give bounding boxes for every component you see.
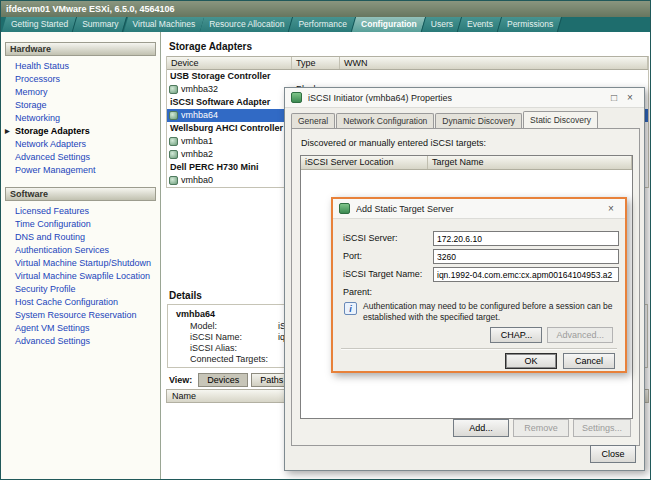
window-title-bar: ifdecvm01 VMware ESXi, 6.5.0, 4564106 xyxy=(1,1,650,17)
remove-button[interactable]: Remove xyxy=(513,419,569,437)
view-label: View: xyxy=(169,375,192,385)
hardware-section-header: Hardware xyxy=(5,42,156,56)
sidebar-item-advanced-settings-hw[interactable]: Advanced Settings xyxy=(1,151,160,164)
sidebar-item-licensed-features[interactable]: Licensed Features xyxy=(1,205,160,218)
add-dialog-title-bar[interactable]: Add Static Target Server × xyxy=(333,199,625,219)
column-header-type[interactable]: Type xyxy=(292,57,340,69)
properties-dialog-title: iSCSI Initiator (vmhba64) Properties xyxy=(308,93,606,103)
sidebar-item-system-resource-reservation[interactable]: System Resource Reservation xyxy=(1,309,160,322)
main-tab-bar: Getting Started Summary Virtual Machines… xyxy=(1,17,650,32)
sidebar-item-health-status[interactable]: Health Status xyxy=(1,60,160,73)
details-title: Details xyxy=(169,290,202,301)
authentication-note: Authentication may need to be configured… xyxy=(363,301,615,323)
software-section-header: Software xyxy=(5,187,156,201)
sidebar-item-vm-swapfile-location[interactable]: Virtual Machine Swapfile Location xyxy=(1,270,160,283)
settings-button[interactable]: Settings... xyxy=(573,419,631,437)
adapters-table-header: Device Type WWN xyxy=(167,56,648,70)
column-header-name[interactable]: Name xyxy=(172,391,196,401)
properties-dialog-title-bar[interactable]: iSCSI Initiator (vmhba64) Properties □ × xyxy=(285,88,644,108)
column-header-wwn[interactable]: WWN xyxy=(340,57,648,69)
adapter-icon xyxy=(169,150,178,159)
sidebar-item-network-adapters[interactable]: Network Adapters xyxy=(1,138,160,151)
tab-virtual-machines[interactable]: Virtual Machines xyxy=(126,17,203,32)
adapter-icon xyxy=(169,85,178,94)
sidebar-item-storage[interactable]: Storage xyxy=(1,99,160,112)
sidebar-item-advanced-settings-sw[interactable]: Advanced Settings xyxy=(1,335,160,348)
properties-dialog-tabs: General Network Configuration Dynamic Di… xyxy=(291,111,599,128)
divider xyxy=(341,348,617,350)
adapter-icon xyxy=(169,111,178,120)
selected-arrow-icon: ▶ xyxy=(5,127,10,134)
info-icon: i xyxy=(344,302,357,315)
port-label: Port: xyxy=(343,249,362,264)
tab-network-configuration[interactable]: Network Configuration xyxy=(336,113,434,128)
close-icon[interactable]: × xyxy=(603,203,619,214)
confirm-actions: OK Cancel xyxy=(505,353,615,369)
sidebar-item-dns-routing[interactable]: DNS and Routing xyxy=(1,231,160,244)
port-input[interactable] xyxy=(433,249,619,264)
model-label: Model: xyxy=(190,321,278,332)
sidebar-item-vm-startup-shutdown[interactable]: Virtual Machine Startup/Shutdown xyxy=(1,257,160,270)
chap-button[interactable]: CHAP... xyxy=(490,327,542,343)
maximize-icon[interactable]: □ xyxy=(606,92,622,103)
advanced-button[interactable]: Advanced... xyxy=(547,327,613,343)
target-name-input[interactable] xyxy=(433,267,619,282)
tab-events[interactable]: Events xyxy=(460,17,500,32)
sidebar-item-memory[interactable]: Memory xyxy=(1,86,160,99)
close-button[interactable]: Close xyxy=(590,445,636,463)
add-button[interactable]: Add... xyxy=(453,419,509,437)
sidebar-item-processors[interactable]: Processors xyxy=(1,73,160,86)
view-toggle-row: View: Devices Paths xyxy=(169,373,292,387)
sidebar-item-host-cache-configuration[interactable]: Host Cache Configuration xyxy=(1,296,160,309)
configuration-sidebar: Hardware Health Status Processors Memory… xyxy=(1,32,161,479)
column-header-server-location[interactable]: iSCSI Server Location xyxy=(301,156,428,169)
tab-permissions[interactable]: Permissions xyxy=(500,17,560,32)
ok-button[interactable]: OK xyxy=(505,353,557,369)
iscsi-server-input[interactable] xyxy=(433,231,619,246)
devices-view-button[interactable]: Devices xyxy=(198,373,248,387)
tab-dynamic-discovery[interactable]: Dynamic Discovery xyxy=(435,113,522,128)
sidebar-item-time-configuration[interactable]: Time Configuration xyxy=(1,218,160,231)
sidebar-item-networking[interactable]: Networking xyxy=(1,112,160,125)
targets-description: Discovered or manually entered iSCSI tar… xyxy=(301,138,486,148)
column-header-device[interactable]: Device xyxy=(167,57,292,69)
column-header-target-name[interactable]: Target Name xyxy=(428,156,632,169)
cancel-button[interactable]: Cancel xyxy=(563,353,615,369)
tab-performance[interactable]: Performance xyxy=(291,17,354,32)
add-static-target-dialog: Add Static Target Server × iSCSI Server:… xyxy=(331,197,627,373)
tab-users[interactable]: Users xyxy=(424,17,460,32)
sidebar-item-storage-adapters[interactable]: ▶ Storage Adapters xyxy=(1,125,160,138)
sidebar-item-security-profile[interactable]: Security Profile xyxy=(1,283,160,296)
tab-general[interactable]: General xyxy=(291,113,335,128)
tab-static-discovery[interactable]: Static Discovery xyxy=(523,111,598,128)
window-title: ifdecvm01 VMware ESXi, 6.5.0, 4564106 xyxy=(6,4,175,14)
sidebar-item-authentication-services[interactable]: Authentication Services xyxy=(1,244,160,257)
chap-actions: CHAP... Advanced... xyxy=(490,327,613,343)
adapter-icon xyxy=(169,176,178,185)
tab-resource-allocation[interactable]: Resource Allocation xyxy=(202,17,291,32)
page-title: Storage Adapters xyxy=(169,41,252,52)
iscsi-alias-label: iSCSI Alias: xyxy=(190,343,278,354)
tab-getting-started[interactable]: Getting Started xyxy=(4,17,75,32)
iscsi-initiator-icon xyxy=(291,92,302,103)
add-dialog-title: Add Static Target Server xyxy=(356,204,603,214)
target-name-label: iSCSI Target Name: xyxy=(343,267,422,282)
targets-actions: Add... Remove Settings... xyxy=(453,419,631,437)
tab-summary[interactable]: Summary xyxy=(75,17,125,32)
iscsi-server-label: iSCSI Server: xyxy=(343,231,398,246)
sidebar-item-agent-vm-settings[interactable]: Agent VM Settings xyxy=(1,322,160,335)
adapter-icon xyxy=(169,137,178,146)
iscsi-name-label: iSCSI Name: xyxy=(190,332,278,343)
vsphere-client-window: ifdecvm01 VMware ESXi, 6.5.0, 4564106 Ge… xyxy=(0,0,651,480)
close-icon[interactable]: × xyxy=(622,92,638,103)
sidebar-item-power-management[interactable]: Power Management xyxy=(1,164,160,177)
target-server-icon xyxy=(339,203,350,214)
tab-configuration[interactable]: Configuration xyxy=(354,17,424,32)
parent-label: Parent: xyxy=(343,285,372,300)
connected-targets-label: Connected Targets: xyxy=(190,354,278,365)
targets-list-header: iSCSI Server Location Target Name xyxy=(301,156,632,170)
adapter-group-row: USB Storage Controller xyxy=(167,70,648,83)
